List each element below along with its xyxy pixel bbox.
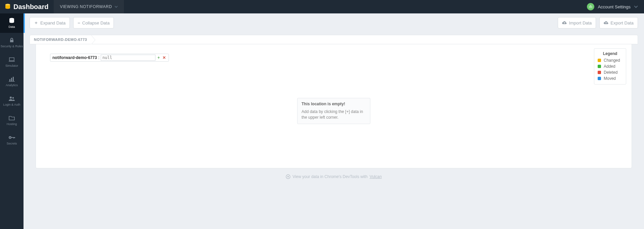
chrome-icon [286,174,290,179]
svg-point-10 [12,97,14,99]
sidebar-item-login[interactable]: Login & Auth [0,91,24,111]
legend-item-added: Added [598,64,623,69]
chevron-down-icon [114,5,118,8]
svg-rect-8 [9,81,15,81]
active-tab-indicator [24,13,25,33]
footer: View your data in Chrome's DevTools with… [24,174,644,182]
users-icon [8,95,15,102]
add-child-button[interactable]: + [157,55,160,60]
account-label: Account Settings [598,4,631,9]
sidebar-item-simulator[interactable]: Simulator [0,52,24,72]
vulcan-link[interactable]: Vulcan [370,174,382,179]
svg-rect-6 [11,78,12,81]
sidebar-item-secrets[interactable]: Secrets [0,130,24,150]
lock-icon [8,37,15,44]
node-key: notiforward-demo-6773 [52,55,97,60]
sidebar-item-hosting[interactable]: Hosting [0,111,24,130]
database-icon [8,17,15,24]
sidebar-item-label: Analytics [6,84,18,87]
account-menu[interactable]: Account Settings [581,0,644,13]
sidebar-item-label: Secrets [7,142,17,146]
svg-rect-15 [14,137,15,138]
legend-item-changed: Changed [598,58,623,63]
export-data-button[interactable]: Export Data [599,17,638,28]
toolbar: ＋ Expand Data − Collapse Data Import Dat… [30,15,638,30]
empty-body: Add data by clicking the [+] data in the… [302,109,366,120]
legend-item-moved: Moved [598,76,623,81]
plus-icon: ＋ [34,20,38,26]
bar-chart-icon [8,76,15,82]
svg-point-17 [287,176,289,177]
sidebar: Data Security & Rules Simulator Analytic… [0,13,24,229]
footer-text: View your data in Chrome's DevTools with [292,174,368,179]
legend-item-deleted: Deleted [598,70,623,75]
firebase-logo-icon [5,3,11,10]
key-icon [8,134,15,141]
project-switcher-label: VIEWING NOTIFORWARD [60,4,112,9]
sidebar-item-label: Data [8,25,15,29]
legend: Legend Changed Added Deleted [594,48,626,84]
data-panel: notiforward-demo-6773: + ✕ Legend Change… [36,44,632,168]
svg-point-1 [5,4,10,6]
collapse-data-button[interactable]: − Collapse Data [73,17,114,28]
delete-node-button[interactable]: ✕ [162,55,167,60]
brand[interactable]: Dashboard [0,0,54,13]
svg-point-9 [10,97,12,99]
project-switcher[interactable]: VIEWING NOTIFORWARD [54,0,124,13]
sidebar-item-security[interactable]: Security & Rules [0,33,24,52]
svg-rect-5 [9,79,10,81]
legend-title: Legend [598,51,623,56]
sidebar-item-analytics[interactable]: Analytics [0,72,24,91]
svg-point-12 [9,137,10,138]
sidebar-item-label: Login & Auth [3,103,20,107]
color-swatch [598,65,601,68]
breadcrumb: NOTIFORWARD-DEMO-6773 [30,35,638,44]
cloud-upload-icon [562,21,567,25]
import-data-button[interactable]: Import Data [558,17,596,28]
svg-point-4 [9,18,14,20]
node-value-input[interactable] [101,55,155,61]
sidebar-item-label: Simulator [5,64,18,68]
sidebar-item-label: Security & Rules [1,45,23,48]
sidebar-item-data[interactable]: Data [0,13,24,33]
cloud-download-icon [604,21,608,25]
color-swatch [598,77,601,80]
avatar [587,3,594,10]
svg-rect-14 [13,137,14,138]
color-swatch [598,59,601,62]
expand-data-button[interactable]: ＋ Expand Data [30,17,70,28]
topbar: Dashboard VIEWING NOTIFORWARD Account Se… [0,0,644,13]
sidebar-item-label: Hosting [7,123,17,126]
svg-rect-7 [13,77,14,81]
breadcrumb-root[interactable]: NOTIFORWARD-DEMO-6773 [30,35,95,44]
color-swatch [598,71,601,74]
folder-icon [8,115,15,121]
chevron-down-icon [634,5,638,9]
svg-rect-3 [590,5,591,6]
minus-icon: − [78,20,80,25]
empty-title: This location is empty! [302,102,366,106]
root-data-node[interactable]: notiforward-demo-6773: + ✕ [50,54,169,62]
brand-text: Dashboard [13,3,48,11]
empty-location-tip: This location is empty! Add data by clic… [297,98,370,124]
laptop-icon [8,56,15,63]
main: ＋ Expand Data − Collapse Data Import Dat… [24,13,644,229]
